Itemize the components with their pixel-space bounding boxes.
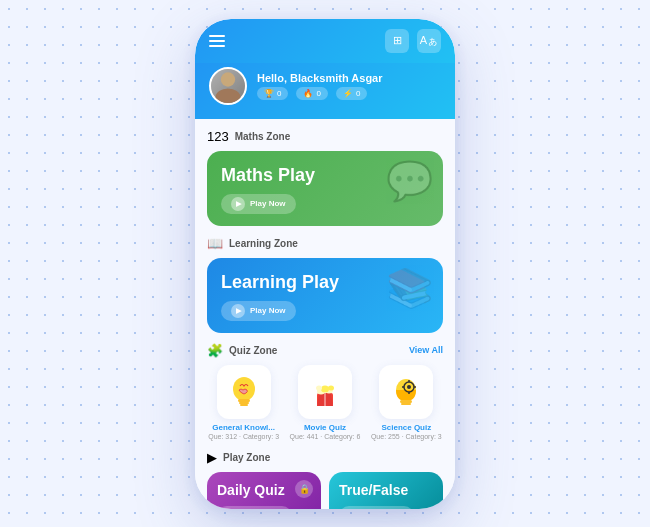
stat-trophy: 🏆 0 — [257, 87, 288, 100]
view-all-button[interactable]: View All — [409, 345, 443, 355]
svg-point-12 — [328, 385, 334, 390]
quiz-science-sub: Que: 255 · Category: 3 — [371, 433, 442, 440]
svg-point-17 — [407, 385, 411, 389]
user-stats: 🏆 0 🔥 0 ⚡ 0 — [257, 87, 441, 100]
quiz-general-sub: Que: 312 · Category: 3 — [208, 433, 279, 440]
stat-bolt: ⚡ 0 — [336, 87, 367, 100]
user-greeting: Hello, Blacksmith Asgar — [257, 72, 441, 84]
quiz-zone-icon: 🧩 — [207, 343, 223, 358]
trophy-icon: 🏆 — [264, 89, 274, 98]
maths-play-icon: ▶ — [231, 197, 245, 211]
svg-rect-14 — [400, 400, 412, 403]
learning-play-card[interactable]: Learning Play ▶ Play Now 📚 — [207, 258, 443, 333]
quiz-grid: General Knowl... Que: 312 · Category: 3 — [207, 365, 443, 440]
true-false-card[interactable]: True/False ▶ Play Now — [329, 472, 443, 509]
top-bar: ⊞ Aぁ — [195, 19, 455, 63]
content-scroll[interactable]: 123 Maths Zone Maths Play ▶ Play Now 💬 📖… — [195, 119, 455, 509]
quiz-general-icon — [217, 365, 271, 419]
maths-play-title: Maths Play — [221, 165, 429, 186]
quiz-science-icon — [379, 365, 433, 419]
maths-zone-icon: 123 — [207, 129, 229, 144]
play-zone-icon: ▶ — [207, 450, 217, 465]
top-bar-icons: ⊞ Aぁ — [385, 29, 441, 53]
maths-play-label: Play Now — [250, 199, 286, 208]
quiz-item-movie[interactable]: Movie Quiz Que: 441 · Category: 6 — [288, 365, 361, 440]
maths-play-card[interactable]: Maths Play ▶ Play Now 💬 — [207, 151, 443, 226]
svg-point-0 — [221, 72, 235, 86]
svg-point-10 — [321, 385, 329, 392]
svg-rect-4 — [239, 402, 249, 404]
play-zone-header: ▶ Play Zone — [207, 450, 443, 465]
quiz-movie-title: Movie Quiz — [304, 423, 346, 432]
quiz-zone-header: 🧩 Quiz Zone View All — [207, 343, 443, 358]
stat-fire: 🔥 0 — [296, 87, 327, 100]
play-zone-grid: Daily Quiz ▶ Play Now 🔒 True/False ▶ Pla… — [207, 472, 443, 509]
play-zone-title: Play Zone — [223, 452, 270, 463]
phone-wrapper: ⊞ Aぁ Hello, Blacksmith Asgar 🏆 — [195, 19, 455, 509]
avatar — [209, 67, 247, 105]
svg-rect-5 — [240, 404, 248, 406]
svg-rect-3 — [238, 399, 250, 402]
quiz-science-title: Science Quiz — [381, 423, 431, 432]
translate-icon[interactable]: Aぁ — [417, 29, 441, 53]
learning-play-icon: ▶ — [231, 304, 245, 318]
quiz-item-science[interactable]: Science Quiz Que: 255 · Category: 3 — [370, 365, 443, 440]
bolt-value: 0 — [356, 89, 360, 98]
daily-quiz-play-button[interactable]: ▶ Play Now — [217, 506, 292, 509]
trophy-value: 0 — [277, 89, 281, 98]
quiz-zone-title: Quiz Zone — [229, 345, 277, 356]
quiz-general-title: General Knowl... — [212, 423, 275, 432]
phone: ⊞ Aぁ Hello, Blacksmith Asgar 🏆 — [195, 19, 455, 509]
svg-point-1 — [215, 88, 240, 103]
learning-zone-icon: 📖 — [207, 236, 223, 251]
svg-rect-7 — [324, 393, 326, 406]
svg-rect-15 — [401, 403, 411, 405]
user-bar: Hello, Blacksmith Asgar 🏆 0 🔥 0 ⚡ 0 — [195, 63, 455, 119]
fire-icon: 🔥 — [303, 89, 313, 98]
learning-zone-header: 📖 Learning Zone — [207, 236, 443, 251]
svg-point-11 — [316, 385, 322, 390]
bolt-icon: ⚡ — [343, 89, 353, 98]
quiz-movie-sub: Que: 441 · Category: 6 — [290, 433, 361, 440]
quiz-item-general[interactable]: General Knowl... Que: 312 · Category: 3 — [207, 365, 280, 440]
daily-quiz-title: Daily Quiz — [217, 482, 311, 498]
user-info: Hello, Blacksmith Asgar 🏆 0 🔥 0 ⚡ 0 — [257, 72, 441, 100]
hamburger-icon[interactable] — [209, 35, 225, 47]
maths-play-button[interactable]: ▶ Play Now — [221, 194, 296, 214]
true-false-play-button[interactable]: ▶ Play Now — [339, 506, 414, 509]
maths-zone-title: Maths Zone — [235, 131, 291, 142]
quiz-movie-icon — [298, 365, 352, 419]
learning-play-title: Learning Play — [221, 272, 429, 293]
true-false-title: True/False — [339, 482, 433, 498]
learning-zone-title: Learning Zone — [229, 238, 298, 249]
bookmark-icon[interactable]: ⊞ — [385, 29, 409, 53]
learning-play-button[interactable]: ▶ Play Now — [221, 301, 296, 321]
maths-zone-header: 123 Maths Zone — [207, 129, 443, 144]
fire-value: 0 — [316, 89, 320, 98]
daily-quiz-card[interactable]: Daily Quiz ▶ Play Now 🔒 — [207, 472, 321, 509]
learning-play-label: Play Now — [250, 306, 286, 315]
